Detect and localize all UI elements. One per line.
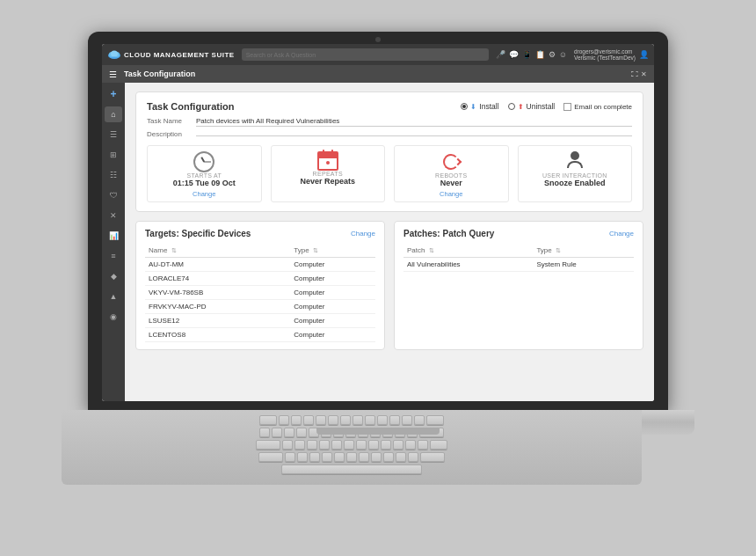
smiley-icon[interactable]: ☺ <box>559 50 567 59</box>
key-space[interactable] <box>281 465 422 474</box>
key-k[interactable] <box>371 452 382 462</box>
key-esc[interactable] <box>259 415 277 425</box>
key-backslash[interactable] <box>430 440 447 450</box>
key-o[interactable] <box>381 440 391 450</box>
uninstall-option[interactable]: ⬆ Uninstall <box>508 102 556 111</box>
key-backtick[interactable] <box>259 428 270 437</box>
patch-type-sort-icon[interactable]: ⇅ <box>556 247 561 253</box>
key-w[interactable] <box>294 440 305 450</box>
key-6[interactable] <box>333 428 344 437</box>
key-f[interactable] <box>322 452 332 462</box>
key-f8[interactable] <box>365 415 375 425</box>
key-8[interactable] <box>358 428 368 437</box>
key-semicolon[interactable] <box>396 452 406 462</box>
key-a[interactable] <box>285 452 295 462</box>
mic-icon[interactable]: 🎤 <box>496 50 505 59</box>
key-e[interactable] <box>307 440 317 450</box>
key-u[interactable] <box>356 440 367 450</box>
key-power[interactable] <box>426 415 444 425</box>
key-7[interactable] <box>345 428 356 437</box>
key-f2[interactable] <box>291 415 302 425</box>
search-input[interactable] <box>246 52 484 58</box>
sidebar-layers[interactable]: ≡ <box>105 248 122 264</box>
key-f7[interactable] <box>353 415 363 425</box>
sidebar-close[interactable]: ✕ <box>105 208 122 223</box>
sidebar-diamond[interactable]: ◆ <box>105 268 122 284</box>
close-icon[interactable]: ✕ <box>641 70 647 78</box>
sidebar-grid[interactable]: ⊞ <box>105 147 122 163</box>
message-icon[interactable]: 💬 <box>509 50 519 59</box>
phone-icon[interactable]: 📱 <box>522 50 532 59</box>
key-enter[interactable] <box>420 452 445 462</box>
sidebar-menu[interactable]: ☰ <box>105 127 122 143</box>
key-equals[interactable] <box>407 428 418 437</box>
email-checkbox[interactable] <box>563 103 571 111</box>
key-caps[interactable] <box>258 452 283 462</box>
maximize-icon[interactable]: ⛶ <box>631 70 638 78</box>
key-t[interactable] <box>331 440 342 450</box>
key-i[interactable] <box>368 440 379 450</box>
key-f3[interactable] <box>303 415 314 425</box>
table-row[interactable]: LSUSE12 Computer <box>145 314 375 328</box>
sidebar-home[interactable]: ⌂ <box>105 106 122 122</box>
targets-change[interactable]: Change <box>351 230 375 238</box>
key-5[interactable] <box>321 428 331 437</box>
key-tab[interactable] <box>256 440 280 450</box>
key-f1[interactable] <box>279 415 289 425</box>
email-on-complete[interactable]: Email on complete <box>563 103 632 111</box>
table-row[interactable]: LORACLE74 Computer <box>145 272 375 286</box>
table-row[interactable]: VKYV-VM-786SB Computer <box>145 286 375 300</box>
key-f4[interactable] <box>316 415 326 425</box>
install-radio[interactable] <box>461 103 468 110</box>
type-sort-icon[interactable]: ⇅ <box>313 247 318 253</box>
settings-icon[interactable]: ⚙ <box>549 50 556 59</box>
key-f12[interactable] <box>414 415 425 425</box>
key-lbracket[interactable] <box>405 440 416 450</box>
sidebar-chart[interactable]: 📊 <box>105 228 122 244</box>
sidebar-circle[interactable]: ◉ <box>105 309 122 325</box>
key-j[interactable] <box>359 452 369 462</box>
key-f9[interactable] <box>377 415 388 425</box>
menu-icon[interactable]: ☰ <box>109 70 117 79</box>
sidebar-arrow[interactable]: ▲ <box>105 289 122 304</box>
user-avatar-icon[interactable]: 👤 <box>639 50 649 59</box>
key-backspace[interactable] <box>419 428 444 437</box>
table-row[interactable]: AU-DT-MM Computer <box>145 258 375 272</box>
copy-icon[interactable]: 📋 <box>535 50 545 59</box>
key-9[interactable] <box>370 428 381 437</box>
patch-sort-icon[interactable]: ⇅ <box>429 247 434 253</box>
key-quote[interactable] <box>408 452 418 462</box>
key-h[interactable] <box>346 452 357 462</box>
sidebar-shield[interactable]: 🛡 <box>105 187 122 203</box>
key-f11[interactable] <box>402 415 412 425</box>
key-4[interactable] <box>309 428 319 437</box>
sidebar-list[interactable]: ☷ <box>105 167 122 183</box>
key-y[interactable] <box>344 440 354 450</box>
patches-change[interactable]: Change <box>609 230 634 238</box>
key-p[interactable] <box>393 440 403 450</box>
key-f6[interactable] <box>340 415 351 425</box>
key-d[interactable] <box>309 452 320 462</box>
key-f5[interactable] <box>328 415 338 425</box>
key-r[interactable] <box>319 440 330 450</box>
table-row[interactable]: All Vulnerabilities System Rule <box>403 258 634 272</box>
key-s[interactable] <box>297 452 308 462</box>
install-option[interactable]: ⬇ Install <box>461 102 498 111</box>
sidebar-add-button[interactable]: + <box>105 86 122 102</box>
key-l[interactable] <box>383 452 394 462</box>
name-sort-icon[interactable]: ⇅ <box>171 247 177 253</box>
table-row[interactable]: LCENTOS8 Computer <box>145 328 375 342</box>
key-3[interactable] <box>296 428 307 437</box>
key-q[interactable] <box>282 440 293 450</box>
uninstall-radio[interactable] <box>508 103 515 110</box>
key-0[interactable] <box>382 428 393 437</box>
key-2[interactable] <box>284 428 294 437</box>
key-f10[interactable] <box>389 415 400 425</box>
key-rbracket[interactable] <box>418 440 428 450</box>
key-1[interactable] <box>272 428 282 437</box>
key-g[interactable] <box>334 452 345 462</box>
starts-at-change[interactable]: Change <box>193 190 215 198</box>
table-row[interactable]: FRVKYV-MAC-PD Computer <box>145 300 375 314</box>
reboots-change[interactable]: Change <box>440 190 462 198</box>
key-minus[interactable] <box>395 428 405 437</box>
